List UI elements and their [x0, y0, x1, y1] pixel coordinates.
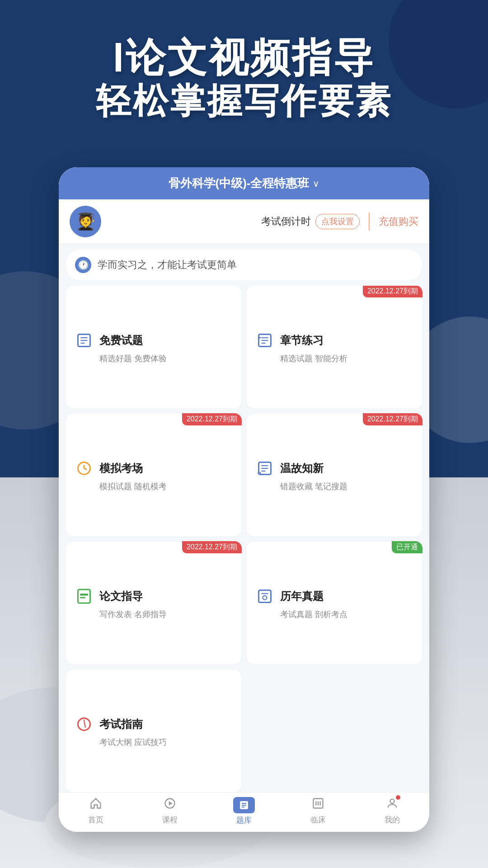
- card-exam-guide[interactable]: 考试指南 考试大纲 应试技巧: [66, 670, 241, 792]
- thesis-icon: [74, 586, 94, 606]
- svg-rect-19: [259, 590, 271, 602]
- chapter-badge: 2022.12.27到期: [363, 286, 422, 297]
- card-mock-subtitle: 模拟试题 随机模考: [99, 481, 233, 492]
- card-thesis-title: 论文指导: [99, 589, 143, 604]
- exam-guide-icon: [74, 714, 94, 734]
- nav-item-clinical[interactable]: 临床: [281, 797, 355, 826]
- notification-dot: [396, 795, 400, 800]
- svg-line-23: [84, 721, 85, 727]
- svg-point-24: [84, 719, 85, 721]
- free-questions-icon: [74, 330, 94, 350]
- clock-icon: 🕐: [75, 257, 91, 273]
- card-free-questions-title: 免费试题: [99, 333, 143, 348]
- card-past-exams[interactable]: 已开通 历年真题 考试真题 剖析考点: [247, 542, 422, 664]
- past-exams-badge: 已开通: [392, 541, 422, 553]
- svg-point-20: [263, 595, 267, 599]
- home-icon: [89, 797, 102, 813]
- hero-line1: l论文视频指导: [0, 36, 488, 80]
- chapter-practice-icon: [255, 330, 275, 350]
- course-icon: [164, 797, 176, 813]
- card-chapter-subtitle: 精选试题 智能分析: [280, 353, 414, 364]
- card-thesis-subtitle: 写作发表 名师指导: [99, 609, 233, 620]
- app-header-title: 骨外科学(中级)-全程特惠班: [169, 175, 310, 191]
- motto-bar: 🕐 学而实习之，才能让考试更简单: [66, 250, 422, 280]
- card-review[interactable]: 2022.12.27到期 温故知新 错题收藏 笔记搜题: [247, 414, 422, 536]
- past-exams-icon: [255, 586, 275, 606]
- svg-point-35: [390, 799, 394, 803]
- divider: [369, 212, 370, 231]
- countdown-label: 考试倒计时: [261, 215, 311, 228]
- card-past-title: 历年真题: [280, 589, 324, 604]
- recharge-button[interactable]: 充值购买: [379, 215, 418, 228]
- card-past-subtitle: 考试真题 剖析考点: [280, 609, 414, 620]
- app-mockup: 骨外科学(中级)-全程特惠班 ∨ 🧑‍🎓 考试倒计时 点我设置 充值购买 🕐 学…: [59, 167, 429, 832]
- nav-questions-label: 题库: [236, 815, 252, 826]
- card-thesis[interactable]: 2022.12.27到期 论文指导 写作发表 名师指导: [66, 542, 241, 664]
- card-free-questions[interactable]: 免费试题 精选好题 免费体验: [66, 286, 241, 408]
- clinical-icon: [312, 797, 324, 813]
- review-icon: [255, 458, 275, 478]
- sub-header: 🧑‍🎓 考试倒计时 点我设置 充值购买: [59, 199, 429, 244]
- chevron-down-icon: ∨: [313, 178, 319, 189]
- header-actions: 考试倒计时 点我设置 充值购买: [101, 212, 418, 231]
- feature-grid: 免费试题 精选好题 免费体验 2022.12.27到期: [59, 286, 429, 792]
- nav-mine-label: 我的: [385, 815, 400, 825]
- nav-course-label: 课程: [162, 815, 178, 825]
- nav-home-label: 首页: [88, 815, 103, 825]
- card-mock-title: 模拟考场: [99, 461, 143, 476]
- avatar: 🧑‍🎓: [70, 206, 101, 237]
- questions-active-box: [233, 797, 255, 813]
- card-guide-title: 考试指南: [99, 717, 143, 731]
- hero-line2: 轻松掌握写作要素: [0, 80, 488, 123]
- thesis-badge: 2022.12.27到期: [182, 541, 242, 553]
- nav-clinical-label: 临床: [310, 815, 326, 825]
- nav-item-home[interactable]: 首页: [59, 797, 133, 826]
- motto-text: 学而实习之，才能让考试更简单: [98, 258, 237, 272]
- svg-rect-16: [78, 590, 90, 603]
- nav-item-course[interactable]: 课程: [133, 797, 207, 826]
- review-badge: 2022.12.27到期: [363, 413, 422, 425]
- svg-rect-17: [80, 594, 88, 596]
- svg-rect-18: [80, 597, 85, 598]
- bottom-navigation: 首页 课程: [59, 792, 429, 832]
- avatar-character: 🧑‍🎓: [75, 212, 96, 231]
- app-header[interactable]: 骨外科学(中级)-全程特惠班 ∨: [59, 167, 429, 199]
- mock-badge: 2022.12.27到期: [182, 413, 242, 425]
- hero-section: l论文视频指导 轻松掌握写作要素: [0, 36, 488, 122]
- card-chapter-practice[interactable]: 2022.12.27到期 章节练习 精选试题 智能分析: [247, 286, 422, 408]
- app-inner: 骨外科学(中级)-全程特惠班 ∨ 🧑‍🎓 考试倒计时 点我设置 充值购买 🕐 学…: [59, 167, 429, 832]
- set-button[interactable]: 点我设置: [315, 214, 360, 229]
- countdown-area: 考试倒计时 点我设置: [261, 214, 360, 229]
- svg-marker-26: [169, 801, 173, 805]
- mine-icon: [386, 797, 399, 813]
- card-free-questions-subtitle: 精选好题 免费体验: [99, 353, 233, 364]
- card-mock-exam[interactable]: 2022.12.27到期 模拟考场 模拟试题 随机模考: [66, 414, 241, 536]
- nav-item-mine[interactable]: 我的: [355, 797, 429, 826]
- card-guide-subtitle: 考试大纲 应试技巧: [99, 737, 233, 748]
- mock-exam-icon: [74, 458, 94, 478]
- card-review-title: 温故知新: [280, 461, 324, 476]
- card-review-subtitle: 错题收藏 笔记搜题: [280, 481, 414, 492]
- svg-line-11: [84, 468, 87, 470]
- card-chapter-title: 章节练习: [280, 333, 324, 348]
- nav-item-questions[interactable]: 题库: [207, 797, 281, 826]
- svg-point-8: [259, 337, 261, 339]
